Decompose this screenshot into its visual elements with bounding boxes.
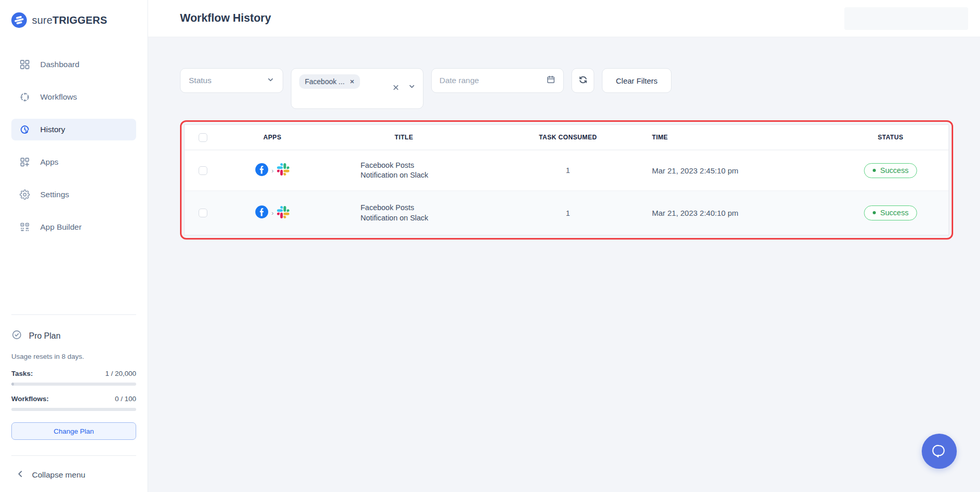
row-time: Mar 21, 2023 2:45:10 pm [652,166,832,175]
workflows-icon [20,92,30,102]
workflow-filter-multiselect[interactable]: Facebook ... ✕ [291,68,423,109]
calendar-icon[interactable] [546,75,556,86]
sidebar-item-label: History [40,125,65,134]
row-checkbox[interactable] [199,166,207,175]
tasks-label: Tasks: [11,370,33,377]
table-body: › Facebook Posts Notification on Slack 1… [185,150,949,235]
row-time: Mar 21, 2023 2:40:10 pm [652,209,832,217]
status-badge: Success [864,163,918,178]
tasks-progress-track [11,383,136,386]
highlighted-region-outline: APPS TITLE TASK CONSUMED TIME STATUS › F… [180,120,953,240]
row-apps-cell: › [221,163,324,178]
refresh-icon [578,75,588,87]
plan-name: Pro Plan [29,331,60,341]
sidebar-item-history[interactable]: History [11,119,136,140]
sidebar-item-label: Dashboard [40,60,79,69]
status-badge-label: Success [880,209,909,217]
apps-icon [20,157,30,167]
sidebar-item-label: Apps [40,157,58,167]
status-dot-icon [873,211,876,214]
workflow-filter-chip[interactable]: Facebook ... ✕ [299,74,360,89]
sidebar-item-label: Settings [40,190,69,199]
tasks-value: 1 / 20,000 [105,370,136,377]
change-plan-button[interactable]: Change Plan [11,422,136,440]
column-header-tasks: TASK CONSUMED [484,134,652,141]
row-status-cell: Success [864,205,918,220]
date-range-field[interactable] [431,68,564,93]
column-header-time: TIME [652,134,832,141]
header-account-placeholder [844,7,968,30]
slack-icon [277,163,289,178]
sidebar-item-dashboard[interactable]: Dashboard [11,54,136,75]
table-row[interactable]: › Facebook Posts Notification on Slack 1… [185,191,949,235]
sidebar-item-label: Workflows [40,92,77,102]
filters-row: Status Facebook ... ✕ [180,68,953,109]
tasks-progress-fill [11,383,14,386]
date-range-input[interactable] [439,76,527,85]
sidebar-item-settings[interactable]: Settings [11,184,136,205]
status-filter-placeholder: Status [189,76,211,85]
row-title: Facebook Posts Notification on Slack [361,203,447,223]
divider [11,314,136,315]
column-header-status: STATUS [832,134,949,141]
table-row[interactable]: › Facebook Posts Notification on Slack 1… [185,150,949,191]
status-filter-select[interactable]: Status [180,68,283,93]
column-header-apps: APPS [221,134,324,141]
table-header-row: APPS TITLE TASK CONSUMED TIME STATUS [185,125,949,150]
row-checkbox[interactable] [199,209,207,217]
column-header-title: TITLE [324,134,484,141]
status-dot-icon [873,169,876,172]
sidebar-item-label: App Builder [40,223,81,232]
status-badge: Success [864,205,918,220]
workflows-value: 0 / 100 [115,395,136,403]
row-status-cell: Success [864,163,918,178]
clear-selection-icon[interactable] [392,84,400,91]
settings-icon [20,189,30,200]
chevron-right-icon: › [271,167,273,174]
sidebar: sureTRIGGERS Dashboard Workflows History… [0,0,148,492]
suretriggers-logo-icon [11,12,27,28]
history-table: APPS TITLE TASK CONSUMED TIME STATUS › F… [184,124,949,235]
sidebar-item-apps[interactable]: Apps [11,151,136,173]
app-builder-icon [20,222,30,232]
chevron-right-icon: › [271,209,273,217]
page-header: Workflow History [148,0,980,37]
history-icon [20,124,30,135]
row-title: Facebook Posts Notification on Slack [361,161,447,180]
workflows-progress-track [11,408,136,411]
collapse-menu-label: Collapse menu [32,470,85,480]
workflow-filter-chip-label: Facebook ... [305,77,345,86]
refresh-button[interactable] [571,68,594,93]
main-area: Workflow History Status Facebook ... ✕ [148,0,980,492]
divider [11,455,136,456]
chip-remove-icon[interactable]: ✕ [350,79,354,85]
row-apps-cell: › [221,205,324,220]
sidebar-nav: Dashboard Workflows History Apps Setting… [0,54,148,238]
row-task-consumed: 1 [566,209,570,217]
plan-section: Pro Plan Usage resets in 8 days. Tasks: … [0,314,148,492]
slack-icon [277,206,289,220]
clear-filters-button[interactable]: Clear Filters [602,68,672,93]
chevron-down-icon [267,76,274,86]
chevron-down-icon[interactable] [408,83,416,92]
workflows-label: Workflows: [11,395,49,403]
sidebar-item-workflows[interactable]: Workflows [11,86,136,108]
chevron-left-icon [17,470,23,480]
row-task-consumed: 1 [566,166,570,174]
facebook-icon [255,163,268,178]
page-title: Workflow History [180,12,271,25]
status-badge-label: Success [880,166,909,174]
badge-check-icon [11,329,22,342]
content: Status Facebook ... ✕ [148,37,980,492]
brand-logo: sureTRIGGERS [0,0,148,28]
collapse-menu-button[interactable]: Collapse menu [11,470,136,480]
dashboard-icon [20,59,30,70]
help-chat-button[interactable] [922,434,957,469]
sidebar-item-app-builder[interactable]: App Builder [11,216,136,238]
brand-name: sureTRIGGERS [32,14,107,26]
select-all-checkbox[interactable] [199,133,207,142]
usage-note: Usage resets in 8 days. [11,353,136,360]
facebook-icon [255,205,268,220]
chat-bubble-icon [932,443,947,460]
